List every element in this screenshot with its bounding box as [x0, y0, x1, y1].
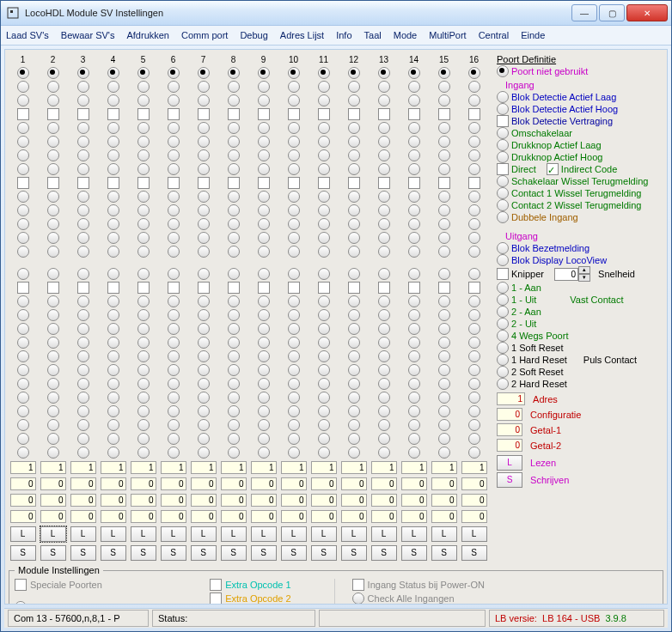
- port-radio[interactable]: [378, 364, 390, 376]
- port-radio[interactable]: [288, 163, 300, 175]
- port-radio[interactable]: [258, 295, 270, 307]
- port-check[interactable]: [408, 282, 420, 294]
- port-radio[interactable]: [408, 246, 420, 258]
- port-radio[interactable]: [288, 67, 300, 79]
- port-L-button[interactable]: L: [131, 526, 156, 542]
- port-radio[interactable]: [137, 81, 150, 93]
- port-radio[interactable]: [47, 295, 59, 307]
- port-check[interactable]: [318, 282, 330, 294]
- port-radio[interactable]: [168, 309, 180, 321]
- port-check[interactable]: [378, 177, 390, 189]
- port-radio[interactable]: [258, 218, 270, 230]
- port-S-button[interactable]: S: [311, 545, 337, 561]
- port-check[interactable]: [228, 282, 240, 294]
- menu-adres-lijst[interactable]: Adres Lijst: [280, 30, 324, 40]
- port-radio[interactable]: [288, 122, 300, 134]
- port-S-button[interactable]: S: [371, 545, 397, 561]
- port-radio[interactable]: [258, 122, 270, 134]
- port-S-button[interactable]: S: [161, 545, 186, 561]
- port-radio[interactable]: [378, 232, 390, 244]
- port-S-button[interactable]: S: [40, 545, 66, 561]
- port-radio[interactable]: [468, 419, 480, 431]
- maximize-button[interactable]: ▢: [599, 4, 625, 21]
- port-radio[interactable]: [17, 218, 29, 230]
- port-adres[interactable]: 1: [401, 461, 427, 474]
- port-check[interactable]: [258, 108, 270, 120]
- port-radio[interactable]: [47, 81, 59, 93]
- port-radio[interactable]: [107, 81, 119, 93]
- port-radio[interactable]: [378, 309, 390, 321]
- port-radio[interactable]: [288, 246, 300, 258]
- port-check[interactable]: [288, 282, 300, 294]
- port-radio[interactable]: [258, 232, 270, 244]
- port-check[interactable]: [408, 108, 420, 120]
- port-radio[interactable]: [438, 191, 450, 203]
- port-L-button[interactable]: L: [161, 526, 186, 542]
- port-radio[interactable]: [378, 122, 390, 134]
- menu-central[interactable]: Central: [479, 30, 509, 40]
- port-radio[interactable]: [378, 163, 390, 175]
- port-radio[interactable]: [228, 337, 240, 349]
- port-val-1[interactable]: 0: [10, 494, 36, 507]
- port-val-2[interactable]: 0: [40, 510, 66, 523]
- port-radio[interactable]: [468, 149, 480, 161]
- port-val-1[interactable]: 0: [221, 494, 247, 507]
- port-radio[interactable]: [438, 218, 450, 230]
- port-radio[interactable]: [198, 67, 210, 79]
- port-check[interactable]: [77, 108, 89, 120]
- port-check[interactable]: [17, 108, 29, 120]
- port-radio[interactable]: [47, 392, 59, 404]
- port-radio[interactable]: [378, 67, 390, 79]
- port-radio[interactable]: [318, 163, 330, 175]
- port-adres[interactable]: 1: [251, 461, 277, 474]
- port-radio[interactable]: [47, 67, 59, 79]
- port-radio[interactable]: [258, 337, 270, 349]
- port-radio[interactable]: [318, 309, 330, 321]
- port-L-button[interactable]: L: [10, 526, 36, 542]
- port-radio[interactable]: [468, 122, 480, 134]
- port-val-0[interactable]: 0: [101, 477, 126, 490]
- port-radio[interactable]: [408, 350, 420, 362]
- port-radio[interactable]: [438, 232, 450, 244]
- port-radio[interactable]: [228, 419, 240, 431]
- port-radio[interactable]: [438, 204, 450, 216]
- port-radio[interactable]: [198, 405, 210, 417]
- port-radio[interactable]: [258, 149, 270, 161]
- port-val-0[interactable]: 0: [431, 477, 457, 490]
- port-val-2[interactable]: 0: [191, 510, 217, 523]
- port-radio[interactable]: [408, 218, 420, 230]
- port-radio[interactable]: [468, 350, 480, 362]
- port-val-0[interactable]: 0: [161, 477, 186, 490]
- port-radio[interactable]: [348, 122, 360, 134]
- port-radio[interactable]: [378, 149, 390, 161]
- port-radio[interactable]: [258, 204, 270, 216]
- menu-afdrukken[interactable]: Afdrukken: [126, 30, 169, 40]
- port-L-button[interactable]: L: [191, 526, 217, 542]
- port-radio[interactable]: [288, 149, 300, 161]
- port-check[interactable]: [168, 108, 180, 120]
- legend-S-btn[interactable]: S: [497, 472, 522, 488]
- port-radio[interactable]: [378, 447, 390, 459]
- port-radio[interactable]: [77, 323, 89, 335]
- port-radio[interactable]: [107, 323, 119, 335]
- port-radio[interactable]: [137, 323, 150, 335]
- port-radio[interactable]: [47, 378, 59, 390]
- port-radio[interactable]: [288, 295, 300, 307]
- port-check[interactable]: [408, 177, 420, 189]
- port-radio[interactable]: [378, 94, 390, 106]
- port-radio[interactable]: [107, 149, 119, 161]
- port-radio[interactable]: [378, 378, 390, 390]
- port-val-2[interactable]: 0: [101, 510, 126, 523]
- port-val-0[interactable]: 0: [401, 477, 427, 490]
- port-radio[interactable]: [137, 309, 150, 321]
- port-radio[interactable]: [198, 364, 210, 376]
- port-radio[interactable]: [137, 268, 150, 280]
- port-radio[interactable]: [408, 337, 420, 349]
- port-check[interactable]: [137, 108, 150, 120]
- port-val-1[interactable]: 0: [431, 494, 457, 507]
- port-val-2[interactable]: 0: [431, 510, 457, 523]
- port-radio[interactable]: [228, 81, 240, 93]
- port-val-0[interactable]: 0: [461, 477, 487, 490]
- port-val-2[interactable]: 0: [461, 510, 487, 523]
- port-radio[interactable]: [408, 163, 420, 175]
